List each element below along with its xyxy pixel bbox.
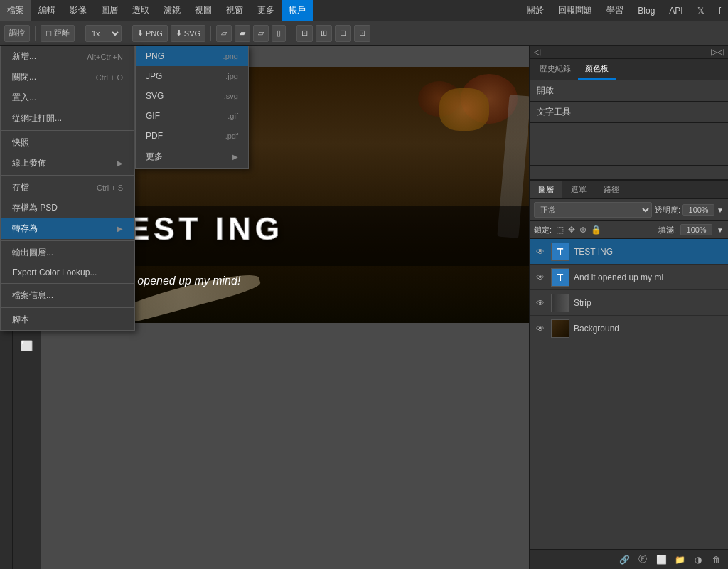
menu-more[interactable]: 更多 xyxy=(250,0,282,21)
layer-item-background[interactable]: 👁 Background xyxy=(530,316,728,341)
menu-publish-label: 線上發佈 xyxy=(12,157,46,169)
menu-file-info[interactable]: 檔案信息... xyxy=(1,285,134,306)
right-panel-header: ◁ ▷◁ xyxy=(530,46,728,59)
zoom-select[interactable]: 1x2x0.5x xyxy=(85,25,122,42)
download-svg-btn[interactable]: ⬇ SVG xyxy=(171,25,205,42)
mask-btn[interactable]: ⬜ xyxy=(654,553,668,567)
submenu-more[interactable]: 更多 ▶ xyxy=(136,146,248,168)
tab-history[interactable]: 歷史紀錄 xyxy=(532,59,578,80)
collapse-arrow-left[interactable]: ◁ xyxy=(534,47,540,57)
layer-eye-opened[interactable]: 👁 xyxy=(534,272,547,282)
submenu-jpg[interactable]: JPG .jpg xyxy=(136,66,248,86)
link-layers-btn[interactable]: 🔗 xyxy=(617,553,631,567)
layer-eye-strip[interactable]: 👁 xyxy=(534,298,547,308)
layer-item-opened[interactable]: 👁 T And it opened up my mi xyxy=(530,265,728,290)
submenu-svg[interactable]: SVG .svg xyxy=(136,86,248,106)
tab-layers[interactable]: 圖層 xyxy=(530,181,562,198)
align-top-btn[interactable]: ▯ xyxy=(272,25,286,42)
submenu-pdf[interactable]: PDF .pdf xyxy=(136,126,248,146)
delete-btn[interactable]: 🗑 xyxy=(710,553,724,567)
group-btn[interactable]: 📁 xyxy=(673,553,687,567)
tab-colorboard[interactable]: 顏色板 xyxy=(578,59,616,80)
menu-bar: 檔案 編輯 影像 圖層 選取 濾鏡 視圖 視窗 更多 帳戶 關於 回報問題 學習… xyxy=(0,0,728,21)
menu-blog[interactable]: Blog xyxy=(631,0,662,21)
menu-filter[interactable]: 濾鏡 xyxy=(156,0,188,21)
lock-checkerboard-icon[interactable]: ⬚ xyxy=(556,225,564,235)
canvas-main-text: TEST ING xyxy=(91,206,529,252)
frame-btn[interactable]: ⊞ xyxy=(316,25,332,42)
menu-openurl-label: 從網址打開... xyxy=(12,112,62,124)
layer-eye-testing[interactable]: 👁 xyxy=(534,247,547,257)
align-center-btn[interactable]: ▰ xyxy=(235,25,250,42)
menu-file[interactable]: 檔案 xyxy=(0,0,31,21)
menu-new-shortcut: Alt+Ctrl+N xyxy=(87,53,123,61)
lock-all-icon[interactable]: 🔒 xyxy=(591,225,601,235)
crop-btn[interactable]: ⊡ xyxy=(296,25,313,42)
submenu-gif[interactable]: GIF .gif xyxy=(136,106,248,126)
menu-facebook[interactable]: f xyxy=(712,0,728,21)
download-png-btn[interactable]: ⬇ PNG xyxy=(132,25,168,42)
menu-select[interactable]: 選取 xyxy=(125,0,156,21)
menu-openurl[interactable]: 從網址打開... xyxy=(1,108,134,129)
menu-window[interactable]: 視窗 xyxy=(219,0,250,21)
tab-paths[interactable]: 路徑 xyxy=(595,181,628,198)
menu-place[interactable]: 置入... xyxy=(1,87,134,108)
menu-place-label: 置入... xyxy=(12,92,36,104)
menu-publish[interactable]: 線上發佈 ▶ xyxy=(1,153,134,174)
lock-move-icon[interactable]: ✥ xyxy=(568,225,575,235)
lock-pos-icon[interactable]: ⊕ xyxy=(579,225,587,235)
menu-snapshot[interactable]: 快照 xyxy=(1,132,134,153)
mask-mode-tool[interactable]: ⬜ xyxy=(16,334,38,357)
menu-edit[interactable]: 編輯 xyxy=(31,0,63,21)
menu-scripts[interactable]: 腳本 xyxy=(1,309,134,330)
blend-mode-select[interactable]: 正常溶解變暗 xyxy=(534,202,652,218)
dropdown-sep-1 xyxy=(1,130,134,131)
menu-learn[interactable]: 學習 xyxy=(599,0,631,21)
slice-btn[interactable]: ⊟ xyxy=(335,25,351,42)
menu-twitter[interactable]: 𝕏 xyxy=(690,0,712,21)
toolbar-sep-3 xyxy=(127,26,127,41)
menu-layer[interactable]: 圖層 xyxy=(94,0,125,21)
menu-save-psd[interactable]: 存檔為 PSD xyxy=(1,198,134,218)
fill-value[interactable]: 100% xyxy=(680,224,712,235)
layer-thumb-testing: T xyxy=(551,243,569,261)
menu-export-as[interactable]: 轉存為 ▶ xyxy=(1,218,134,239)
adjustment-btn[interactable]: ◑ xyxy=(691,553,705,567)
align-left-btn[interactable]: ▱ xyxy=(216,25,232,42)
menu-new[interactable]: 新增... Alt+Ctrl+N xyxy=(1,46,134,67)
submenu-png[interactable]: PNG .png xyxy=(136,46,248,66)
menu-export-layers[interactable]: 輸出圖層... xyxy=(1,243,134,263)
layer-eye-background[interactable]: 👁 xyxy=(534,324,547,334)
layer-item-testing[interactable]: 👁 T TEST ING xyxy=(530,239,728,265)
expand-arrows[interactable]: ▷◁ xyxy=(711,47,724,57)
menu-file-info-label: 檔案信息... xyxy=(12,289,53,302)
artboard-btn[interactable]: ⊡ xyxy=(354,25,370,42)
menu-report[interactable]: 回報問題 xyxy=(551,0,599,21)
layer-item-strip[interactable]: 👁 Strip xyxy=(530,290,728,316)
right-panel: ◁ ▷◁ 歷史紀錄 顏色板 開啟 文字工具 圖層 遮罩 路徑 xyxy=(529,46,728,569)
menu-open[interactable]: 關閉... Ctrl + O xyxy=(1,67,134,87)
menu-api[interactable]: API xyxy=(662,0,690,21)
layer-thumb-background xyxy=(551,319,569,338)
tab-channels[interactable]: 遮罩 xyxy=(562,181,595,198)
submenu-svg-label: SVG xyxy=(146,91,164,101)
opacity-arrow[interactable]: ▼ xyxy=(717,206,724,214)
menu-about[interactable]: 關於 xyxy=(520,0,551,21)
menu-view[interactable]: 視圖 xyxy=(188,0,219,21)
opacity-value[interactable]: 100% xyxy=(682,204,714,216)
menu-account[interactable]: 帳戶 xyxy=(282,0,313,21)
menu-new-label: 新增... xyxy=(12,50,36,63)
dropdown-sep-3 xyxy=(1,240,134,241)
toolbar-sep-5 xyxy=(291,26,291,41)
menu-scripts-label: 腳本 xyxy=(12,314,29,326)
effects-btn[interactable]: Ⓕ xyxy=(636,553,650,567)
fill-arrow[interactable]: ▼ xyxy=(717,226,724,234)
menu-export-color[interactable]: Export Color Lookup... xyxy=(1,263,134,282)
menu-image[interactable]: 影像 xyxy=(63,0,94,21)
adjust-btn[interactable]: 調控 xyxy=(4,25,30,42)
layers-panel: 圖層 遮罩 路徑 正常溶解變暗 透明度: 100% ▼ 鎖定: ⬚ ✥ xyxy=(530,180,728,569)
distance-btn[interactable]: ◻ 距離 xyxy=(41,25,75,42)
sym-section xyxy=(530,123,728,137)
align-right-btn[interactable]: ▱ xyxy=(253,25,269,42)
menu-save[interactable]: 存檔 Ctrl + S xyxy=(1,177,134,198)
